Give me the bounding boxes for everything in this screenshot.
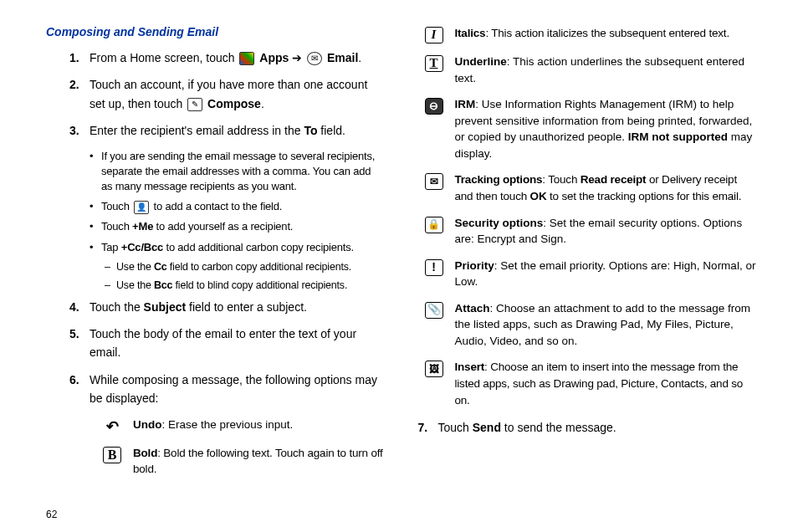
- icon-cell: ↶: [103, 417, 133, 435]
- step-number: 5.: [69, 325, 90, 362]
- compose-label: Compose: [207, 97, 261, 110]
- step-3: 3. Enter the recipient's email address i…: [46, 121, 385, 140]
- option-undo: ↶ Undo: Erase the previous input.: [46, 417, 385, 435]
- attach-icon: 📎: [425, 302, 443, 319]
- option-label: Security options: [455, 217, 544, 229]
- step-content: Touch an account, if you have more than …: [90, 75, 385, 113]
- lock-icon: 🔒: [425, 217, 443, 233]
- option-label: Tracking options: [455, 173, 543, 186]
- text: : Erase the previous input.: [162, 418, 294, 431]
- dash-text: Use the Bcc field to blind copy addition…: [116, 279, 385, 294]
- bullet-4: • Tap +Cc/Bcc to add additional carbon c…: [46, 240, 385, 255]
- read-receipt: Read receipt: [581, 173, 647, 186]
- cc-label: Cc: [154, 261, 167, 273]
- option-text: Priority: Set the email priority. Option…: [455, 258, 757, 290]
- step-content: Enter the recipient's email address in t…: [90, 121, 385, 140]
- option-text: Italics: This action italicizes the subs…: [455, 25, 757, 43]
- option-security: 🔒 Security options: Set the email securi…: [418, 215, 757, 248]
- text: field to enter a subject.: [186, 300, 307, 314]
- text: : This action italicizes the subsequent …: [485, 27, 729, 39]
- bullet-1: • If you are sending the email message t…: [46, 149, 385, 195]
- email-label: Email: [327, 51, 358, 64]
- option-text: Attach: Choose an attachment to add to t…: [455, 300, 757, 350]
- text: to add yourself as a recipient.: [153, 220, 293, 233]
- step-content: While composing a message, the following…: [90, 371, 385, 408]
- right-column: I Italics: This action italicizes the su…: [418, 25, 757, 488]
- text: field.: [317, 124, 345, 137]
- page-number: 62: [46, 509, 57, 520]
- option-label: Insert: [455, 361, 485, 373]
- text: : Choose an item to insert into the mess…: [455, 361, 744, 406]
- icon-cell: 🔒: [418, 215, 455, 248]
- dash-text: Use the Cc field to carbon copy addition…: [116, 260, 385, 275]
- text: to set the tracking options for this ema…: [546, 190, 741, 202]
- contact-icon: 👤: [134, 201, 149, 214]
- insert-icon: 🖼: [425, 361, 443, 377]
- send-label: Send: [473, 421, 501, 434]
- option-label: Priority: [455, 259, 494, 272]
- bullet-text: If you are sending the email message to …: [101, 149, 385, 195]
- option-bold: B Bold: Bold the following text. Touch a…: [46, 445, 385, 478]
- text: field to blind copy additional recipient…: [172, 279, 347, 291]
- option-underline: T Underline: This action underlines the …: [418, 54, 757, 86]
- text: : Choose an attachment to add to the mes…: [455, 302, 750, 347]
- option-text: Insert: Choose an item to insert into th…: [455, 359, 757, 408]
- compose-icon: ✎: [187, 98, 202, 111]
- email-icon: ✉: [307, 52, 322, 65]
- text: field to carbon copy additional recipien…: [167, 261, 352, 273]
- italic-icon: I: [425, 27, 443, 43]
- step-number: 2.: [69, 75, 90, 113]
- text: Touch: [101, 200, 132, 212]
- step-content: Touch the Subject field to enter a subje…: [90, 298, 385, 316]
- step-content: From a Home screen, touch ⊞ Apps ➔ ✉ Ema…: [90, 49, 385, 67]
- bullet-2: • Touch 👤 to add a contact to the field.: [46, 199, 385, 214]
- option-text: Bold: Bold the following text. Touch aga…: [133, 445, 385, 478]
- irm-icon: ⊖: [425, 98, 443, 115]
- text: to send the message.: [501, 421, 616, 434]
- dash-2: – Use the Bcc field to blind copy additi…: [46, 279, 385, 294]
- text: .: [358, 51, 361, 64]
- icon-cell: 🖼: [418, 359, 455, 408]
- icon-cell: I: [418, 25, 455, 43]
- option-label: Undo: [133, 418, 162, 431]
- text: Touch the: [90, 300, 144, 314]
- step-6: 6. While composing a message, the follow…: [46, 371, 385, 408]
- step-content: Touch the body of the email to enter the…: [90, 325, 385, 362]
- tracking-icon: ✉: [425, 173, 443, 190]
- option-label: Bold: [133, 447, 157, 459]
- section-heading: Composing and Sending Email: [46, 25, 385, 38]
- step-number: 4.: [69, 298, 90, 316]
- icon-cell: 📎: [418, 300, 455, 350]
- option-text: IRM: Use Information Rights Management (…: [455, 96, 757, 161]
- to-label: To: [304, 124, 317, 137]
- text: Use the: [116, 261, 154, 273]
- step-2: 2. Touch an account, if you have more th…: [46, 75, 385, 113]
- irm-extra: IRM not supported: [628, 130, 728, 143]
- icon-cell: B: [103, 445, 133, 478]
- option-insert: 🖼 Insert: Choose an item to insert into …: [418, 359, 757, 408]
- subject-label: Subject: [144, 300, 187, 314]
- undo-icon: ↶: [103, 418, 121, 435]
- icon-cell: !: [418, 258, 455, 290]
- apps-icon: ⊞: [239, 52, 254, 65]
- text: .: [261, 97, 264, 110]
- text: : Touch: [542, 173, 580, 186]
- option-text: Underline: This action underlines the su…: [455, 54, 757, 86]
- icon-cell: ⊖: [418, 96, 455, 161]
- text: Use the: [116, 279, 154, 291]
- bullet-3: • Touch +Me to add yourself as a recipie…: [46, 219, 385, 234]
- text: Tap: [101, 241, 121, 253]
- text: Touch: [101, 220, 132, 233]
- text: to add a contact to the field.: [154, 200, 283, 212]
- option-tracking: ✉ Tracking options: Touch Read receipt o…: [418, 171, 757, 204]
- option-text: Undo: Erase the previous input.: [133, 417, 385, 435]
- bullet-text: Tap +Cc/Bcc to add additional carbon cop…: [101, 240, 385, 255]
- me-label: +Me: [132, 220, 153, 233]
- text: Touch: [438, 421, 473, 434]
- option-text: Security options: Set the email security…: [455, 215, 757, 248]
- bold-icon: B: [103, 447, 121, 463]
- bullet-dot: •: [90, 149, 101, 195]
- option-label: Italics: [455, 27, 486, 39]
- step-1: 1. From a Home screen, touch ⊞ Apps ➔ ✉ …: [46, 49, 385, 67]
- icon-cell: T: [418, 54, 455, 86]
